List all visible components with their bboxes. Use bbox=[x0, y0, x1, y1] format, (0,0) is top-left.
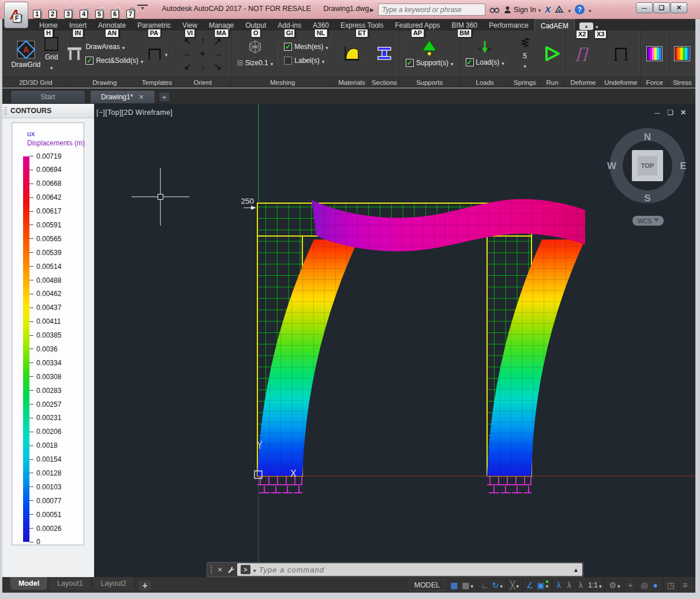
chevron-down-icon[interactable] bbox=[136, 5, 139, 15]
application-menu-button[interactable]: A F bbox=[4, 2, 28, 28]
model-space-badge[interactable]: MODEL bbox=[409, 579, 445, 591]
orient-arrow-button[interactable]: ↑ bbox=[195, 35, 210, 47]
ribbon-tab[interactable]: Manage MA bbox=[203, 19, 239, 31]
polar-tracking-icon[interactable]: ↻ bbox=[491, 579, 504, 591]
layout-tab[interactable]: Model bbox=[10, 577, 48, 590]
drawing-viewport[interactable]: [−][Top][2D Wireframe] bbox=[94, 104, 695, 577]
grid-display-icon[interactable]: ▦ bbox=[448, 579, 460, 591]
compass-south[interactable]: S bbox=[644, 193, 650, 204]
qat-redo-button[interactable]: ↷ 7 bbox=[127, 3, 141, 17]
spring-icon[interactable] bbox=[517, 37, 532, 52]
ribbon-tab[interactable]: Home H bbox=[33, 19, 63, 31]
mesh-cube-icon[interactable] bbox=[247, 39, 263, 55]
file-tab-drawing1[interactable]: Drawing1* ✕ bbox=[90, 90, 155, 104]
run-play-icon[interactable] bbox=[542, 45, 562, 62]
compass-north[interactable]: N bbox=[644, 132, 651, 143]
compass-east[interactable]: E bbox=[680, 160, 686, 171]
ribbon-tab[interactable]: CadAEM bbox=[534, 19, 575, 31]
chevron-down-icon[interactable] bbox=[470, 580, 473, 590]
command-wrench-icon[interactable] bbox=[225, 563, 237, 576]
clean-screen-icon[interactable]: ◳ bbox=[663, 579, 676, 591]
annotation-scale-icon[interactable]: λ bbox=[575, 579, 586, 591]
help-icon[interactable]: ? bbox=[575, 5, 585, 14]
command-input-field[interactable]: Type a command bbox=[237, 563, 582, 576]
customization-menu-icon[interactable]: ≡ bbox=[678, 579, 690, 591]
close-button[interactable] bbox=[671, 2, 687, 13]
chevron-down-icon[interactable] bbox=[500, 580, 503, 590]
compass-west[interactable]: W bbox=[607, 160, 617, 171]
workspace-gear-icon[interactable]: ⚙ bbox=[605, 579, 622, 591]
ribbon-tab[interactable]: Insert IN bbox=[63, 19, 92, 31]
new-layout-button[interactable] bbox=[138, 581, 151, 591]
doc-restore-icon[interactable] bbox=[667, 108, 673, 117]
meshes-toggle[interactable]: Mesh(es) bbox=[284, 42, 328, 52]
viewcube-top-label[interactable]: TOP bbox=[641, 162, 654, 169]
mesh-size-button[interactable]: Size0.1 bbox=[237, 58, 274, 68]
file-tab-start[interactable]: Start bbox=[10, 90, 85, 104]
drawareas-button[interactable]: DrawAreas bbox=[85, 42, 125, 52]
layout-tab[interactable]: Layout2 bbox=[93, 577, 135, 590]
ortho-icon[interactable]: ∟ bbox=[477, 579, 491, 591]
chevron-down-icon[interactable] bbox=[121, 5, 123, 15]
command-dock-grip[interactable] bbox=[209, 565, 215, 574]
chevron-down-icon[interactable] bbox=[617, 580, 620, 590]
qat-undo-button[interactable]: ↶ 6 bbox=[111, 3, 125, 17]
force-contour-icon[interactable] bbox=[647, 47, 662, 61]
chevron-down-icon[interactable] bbox=[253, 564, 256, 575]
orient-arrow-button[interactable]: ← bbox=[180, 47, 195, 60]
deformed-mesh[interactable] bbox=[257, 199, 585, 476]
wcs-button[interactable]: WCS bbox=[632, 216, 664, 226]
a360-icon[interactable] bbox=[555, 5, 564, 14]
ribbon-tab[interactable]: Express Tools ET bbox=[335, 19, 389, 31]
chevron-down-icon[interactable] bbox=[599, 580, 602, 590]
qat-new-button[interactable]: ▯ 1 bbox=[33, 3, 47, 17]
ibeam-section-icon[interactable] bbox=[376, 46, 393, 62]
customize-plus-icon[interactable]: + bbox=[624, 579, 635, 591]
labels-toggle[interactable]: Label(s) bbox=[284, 55, 324, 66]
osnap-icon[interactable]: ▣ bbox=[535, 579, 550, 591]
templates-button[interactable] bbox=[147, 46, 168, 62]
orient-arrow-button[interactable]: ↙ bbox=[180, 60, 195, 73]
ribbon-tab[interactable]: Parametric PA bbox=[132, 19, 177, 31]
chevron-down-icon[interactable] bbox=[589, 5, 592, 15]
ribbon-tab[interactable]: View VI bbox=[177, 19, 203, 31]
ribbon-tab[interactable]: Performance bbox=[483, 19, 534, 31]
stress-contour-icon[interactable] bbox=[675, 47, 690, 61]
close-tab-icon[interactable]: ✕ bbox=[138, 93, 144, 101]
ribbon-tab[interactable]: Output O bbox=[239, 19, 272, 31]
contours-palette-header[interactable]: CONTOURS bbox=[2, 104, 94, 118]
doc-close-icon[interactable] bbox=[680, 108, 686, 117]
checkbox-unchecked-icon[interactable] bbox=[284, 57, 292, 65]
chevron-down-icon[interactable] bbox=[568, 5, 571, 15]
exchange-apps-icon[interactable]: X bbox=[545, 5, 551, 14]
rectsolid-toggle[interactable]: Rect&Solid(s) bbox=[85, 55, 143, 66]
command-line-dock[interactable]: Type a command bbox=[207, 562, 583, 577]
graphics-performance-icon[interactable]: ● bbox=[650, 579, 661, 591]
ribbon-tab[interactable]: Annotate AN bbox=[92, 19, 132, 31]
qat-open-button[interactable]: ▱ 2 bbox=[49, 3, 63, 17]
checkbox-checked-icon[interactable] bbox=[406, 59, 414, 67]
qat-save-button[interactable]: ▤ 3 bbox=[65, 3, 78, 17]
ribbon-tab[interactable]: Featured Apps AP bbox=[390, 19, 446, 31]
isolate-objects-icon[interactable]: ◎ bbox=[637, 579, 650, 591]
checkbox-checked-icon[interactable] bbox=[284, 43, 292, 51]
annotation-scale-value[interactable]: 1:1 bbox=[586, 579, 603, 591]
checkbox-checked-icon[interactable] bbox=[85, 57, 93, 65]
orient-arrow-button[interactable]: ↘ bbox=[210, 60, 225, 73]
help-search-input[interactable] bbox=[378, 3, 485, 16]
doc-minimize-icon[interactable] bbox=[654, 108, 660, 117]
ribbon-tab[interactable]: A360 NL bbox=[307, 19, 335, 31]
ribbon-tab[interactable]: Add-ins GI bbox=[272, 19, 307, 31]
undeformed-shape-icon[interactable] bbox=[611, 45, 631, 62]
restore-button[interactable] bbox=[653, 2, 670, 13]
deformed-shape-icon[interactable] bbox=[573, 45, 593, 62]
qat-saveas-button[interactable]: ▤ 4 bbox=[80, 3, 94, 17]
supports-toggle[interactable]: Support(s) bbox=[406, 58, 454, 68]
grid-button[interactable]: Grid bbox=[43, 35, 60, 72]
osnap-tracking-icon[interactable]: ∠ bbox=[522, 579, 536, 591]
annotation-autoscale-icon[interactable]: λ bbox=[563, 579, 575, 591]
drawgrid-button[interactable]: A DrawGrid bbox=[12, 39, 41, 69]
checkbox-checked-icon[interactable] bbox=[466, 58, 474, 66]
snap-mode-icon[interactable]: ▦ bbox=[460, 579, 475, 591]
command-history-arrow-icon[interactable] bbox=[573, 567, 579, 573]
